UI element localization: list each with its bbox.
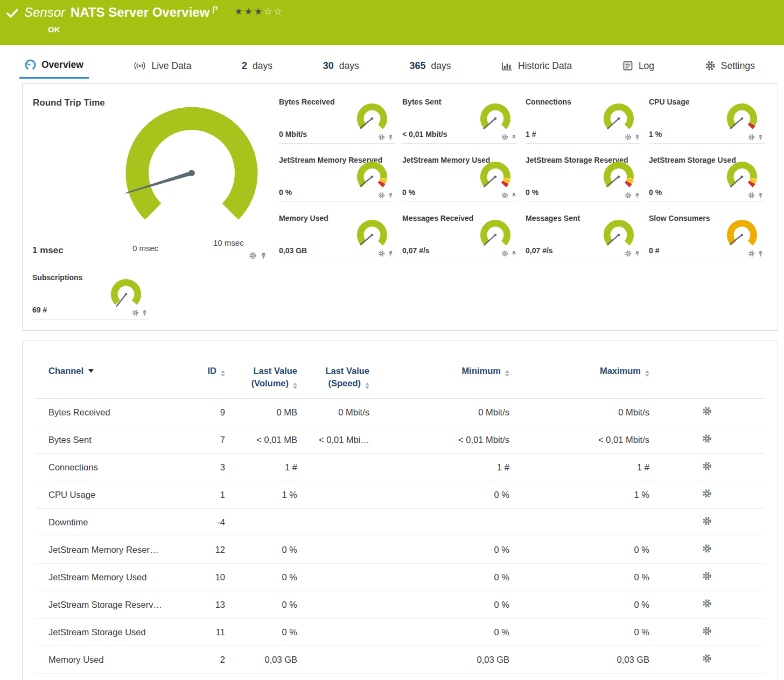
cell-last-value-volume — [225, 509, 297, 536]
column-header-channel[interactable]: Channel — [36, 362, 181, 399]
tab-2-days[interactable]: 2days — [236, 53, 278, 79]
tab-label: days — [431, 60, 451, 72]
channel-settings-button[interactable] — [702, 489, 712, 498]
tab-label: days — [339, 60, 359, 72]
tab-30-days[interactable]: 30days — [318, 53, 365, 79]
star-icon[interactable]: ★ — [254, 6, 264, 17]
gauge-settings-button[interactable] — [748, 250, 755, 257]
gauge-dial — [106, 275, 146, 313]
column-header-max[interactable]: Maximum — [509, 362, 649, 399]
star-icon[interactable]: ★ — [244, 6, 254, 17]
star-icon[interactable]: ☆ — [274, 6, 283, 17]
gauge-settings-button[interactable] — [249, 252, 257, 260]
gauge-pin-button[interactable] — [634, 192, 640, 199]
gauge-pin-button[interactable] — [634, 251, 640, 257]
column-header-settings — [649, 362, 765, 399]
gauge-dial — [352, 216, 393, 254]
gear-icon — [625, 134, 632, 141]
gauge-settings-button[interactable] — [625, 250, 632, 257]
column-header-min[interactable]: Minimum — [369, 362, 509, 399]
tab-log[interactable]: Log — [617, 53, 660, 79]
gauge-actions — [378, 192, 394, 199]
channel-settings-button[interactable] — [702, 516, 712, 526]
cell-channel: Connections — [36, 454, 181, 481]
gauge-actions — [625, 134, 640, 141]
gauge-settings-button[interactable] — [378, 192, 385, 199]
gear-icon — [702, 654, 712, 663]
channel-settings-button[interactable] — [702, 406, 712, 416]
gauge-pin-button[interactable] — [511, 134, 517, 141]
channel-settings-button[interactable] — [702, 461, 712, 471]
page-title: NATS Server Overview — [71, 5, 209, 20]
gear-icon — [705, 60, 716, 71]
channel-settings-button[interactable] — [702, 434, 712, 443]
channel-settings-button[interactable] — [702, 544, 712, 553]
gauge-settings-button[interactable] — [132, 309, 139, 316]
tab-historic-data[interactable]: Historic Data — [496, 53, 577, 79]
cell-last-value-volume: 0 % — [225, 619, 297, 646]
cell-id: 3 — [181, 454, 225, 481]
gauge-settings-button[interactable] — [625, 134, 632, 141]
column-header-vol[interactable]: Last Value(Volume) — [225, 362, 297, 399]
column-header-speed[interactable]: Last Value(Speed) — [297, 362, 369, 399]
channel-table-panel: ChannelIDLast Value(Volume)Last Value(Sp… — [22, 341, 778, 680]
gear-icon — [748, 192, 755, 199]
channel-settings-button[interactable] — [702, 626, 712, 636]
cell-last-value-volume: 0 % — [225, 536, 297, 564]
gauge-pin-button[interactable] — [388, 134, 394, 141]
round-trip-gauge — [114, 103, 269, 244]
tab-label: Log — [639, 60, 654, 72]
cell-id: 10 — [181, 564, 225, 591]
gear-icon — [625, 250, 632, 257]
tab-365-days[interactable]: 365days — [404, 53, 456, 79]
gauge-pin-button[interactable] — [511, 251, 517, 257]
star-icon[interactable]: ☆ — [264, 6, 274, 17]
gauge-dial — [722, 100, 762, 137]
gauge-settings-button[interactable] — [501, 134, 508, 141]
gauge-actions — [378, 250, 394, 257]
gauge-settings-button[interactable] — [378, 250, 385, 257]
channel-settings-button[interactable] — [702, 599, 712, 608]
channel-settings-button[interactable] — [702, 654, 712, 663]
gauge-pin-button[interactable] — [388, 192, 394, 199]
overview-icon — [25, 59, 36, 71]
gauge-pin-button[interactable] — [260, 252, 267, 260]
gear-icon — [378, 192, 385, 199]
tab-live-data[interactable]: Live Data — [128, 53, 197, 79]
gauge-settings-button[interactable] — [625, 192, 632, 199]
gauge-pin-button[interactable] — [142, 310, 148, 316]
gauge-actions — [132, 309, 148, 316]
cell-last-value-volume: 0 MB — [225, 399, 297, 426]
gauge-pin-button[interactable] — [758, 251, 764, 257]
gauge-settings-button[interactable] — [748, 134, 755, 141]
column-label: Channel — [48, 366, 83, 376]
gauge-pin-button[interactable] — [388, 251, 394, 257]
gauge-pin-button[interactable] — [634, 134, 640, 141]
column-header-id[interactable]: ID — [181, 362, 225, 399]
tab-number: 30 — [323, 60, 334, 72]
gauge-settings-button[interactable] — [501, 192, 508, 199]
cell-last-value-speed — [297, 454, 369, 481]
gauge-cell: JetStream Storage Used 0 % — [649, 156, 765, 202]
flag-icon[interactable] — [212, 6, 218, 16]
tab-label: days — [253, 60, 272, 72]
gauge-settings-button[interactable] — [378, 134, 385, 141]
gauge-pin-button[interactable] — [758, 134, 764, 141]
gauge-cell: CPU Usage 1 % — [649, 98, 765, 144]
gear-icon — [249, 252, 257, 260]
gauge-settings-button[interactable] — [501, 250, 508, 257]
cell-maximum — [509, 509, 649, 536]
tab-number: 365 — [409, 60, 425, 72]
gauge-pin-button[interactable] — [511, 192, 517, 199]
gear-icon — [501, 250, 508, 257]
star-icon[interactable]: ★ — [234, 6, 244, 17]
tab-settings[interactable]: Settings — [699, 53, 760, 79]
sensor-type-label: Sensor — [24, 5, 65, 20]
channel-settings-button[interactable] — [702, 571, 712, 581]
cell-minimum: 0 % — [369, 536, 509, 564]
tab-overview[interactable]: Overview — [19, 53, 89, 79]
gauge-settings-button[interactable] — [748, 192, 755, 199]
gauge-pin-button[interactable] — [758, 192, 764, 199]
star-rating[interactable]: ★★★☆☆ — [234, 6, 283, 17]
gauge-actions — [748, 134, 764, 141]
